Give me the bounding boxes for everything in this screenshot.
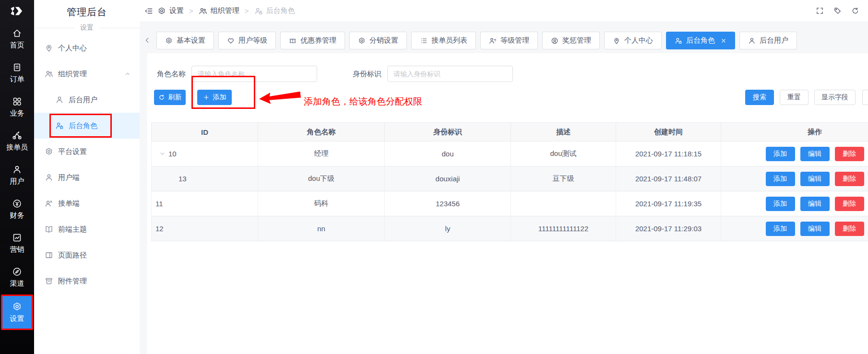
tab-label: 优惠券管理 [300, 36, 336, 45]
identity-label: 身份标识 [353, 70, 381, 79]
row-delete-button[interactable]: 删除 [835, 197, 864, 211]
person-icon [748, 37, 756, 45]
menu-fold-icon[interactable] [144, 7, 153, 15]
id-cell: 12 [152, 216, 258, 241]
tab-distribution-settings[interactable]: 分销设置 [349, 32, 407, 49]
settings-gear-icon [12, 302, 22, 312]
rail-item-users[interactable]: 用户 [0, 158, 34, 192]
rail-label: 接单员 [6, 143, 28, 152]
rail-item-riders[interactable]: 接单员 [0, 124, 34, 158]
role-name-cell: nn [258, 216, 385, 241]
row-delete-button[interactable]: 删除 [835, 172, 864, 186]
tab-label: 接单员列表 [431, 36, 467, 45]
identity-input[interactable] [387, 66, 513, 82]
rail-item-finance[interactable]: 财务 [0, 192, 34, 226]
sidebar-item-label: 页面路径 [58, 251, 87, 260]
tab-level-management[interactable]: 等级管理 [480, 32, 538, 49]
breadcrumb-item-label: 后台角色 [266, 6, 295, 15]
search-button[interactable]: 搜索 [745, 90, 774, 105]
people-icon [199, 7, 207, 15]
gear-icon [165, 37, 173, 45]
sidebar-item-rider-client[interactable]: 接单端 [34, 190, 140, 216]
tab-personal-center[interactable]: 个人中心 [604, 32, 662, 49]
clipped-button-edge[interactable] [862, 90, 868, 105]
row-delete-button[interactable]: 删除 [835, 147, 864, 161]
sidebar-item-attachments[interactable]: 附件管理 [34, 268, 140, 294]
search-label: 搜索 [753, 93, 766, 102]
action-row: 刷新 添加 添加角色，给该角色分配权限 搜索 重置 显示字段 [151, 90, 868, 115]
rail-item-settings[interactable]: 设置 [1, 295, 33, 330]
sidebar-item-label: 组织管理 [58, 70, 87, 79]
finance-coin-icon [12, 199, 22, 209]
ticket-icon [289, 37, 297, 45]
refresh-button[interactable]: 刷新 [154, 90, 186, 105]
table-header-row: ID 角色名称 身份标识 描述 创建时间 操作 [152, 123, 868, 142]
collapse-row-icon[interactable] [159, 151, 166, 157]
identity-cell: ly [385, 216, 511, 241]
sidebar-item-organization[interactable]: 组织管理 [34, 61, 140, 87]
sidebar-item-platform-settings[interactable]: 平台设置 [34, 139, 140, 165]
breadcrumb-item[interactable]: 设置 [169, 6, 184, 15]
breadcrumb-current: 后台角色 [254, 6, 295, 15]
close-icon[interactable] [721, 38, 726, 44]
rail-item-home[interactable]: 首页 [0, 22, 34, 56]
table-row: 12 nn ly 11111111111122 2021-09-17 11:29… [152, 216, 868, 241]
breadcrumb-separator: > [189, 7, 193, 15]
main-area: 设置 > 组织管理 > 后台角色 基本设置 用户等级 优惠券管理 分销设置 接单… [140, 0, 868, 354]
theme-tags-icon[interactable] [833, 7, 842, 15]
list-icon [420, 37, 428, 45]
show-fields-button[interactable]: 显示字段 [814, 90, 856, 105]
show-fields-label: 显示字段 [821, 93, 848, 102]
sidebar-item-frontend-theme[interactable]: 前端主题 [34, 216, 140, 242]
tab-rider-list[interactable]: 接单员列表 [411, 32, 476, 49]
rail-label: 业务 [10, 109, 24, 118]
sidebar-item-page-paths[interactable]: 页面路径 [34, 242, 140, 268]
rail-label: 设置 [10, 314, 24, 323]
fullscreen-icon[interactable] [816, 7, 824, 15]
row-delete-button[interactable]: 删除 [835, 222, 864, 236]
tab-label: 奖惩管理 [562, 36, 591, 45]
row-edit-button[interactable]: 编辑 [800, 197, 830, 211]
tab-backend-roles[interactable]: 后台角色 [666, 32, 735, 49]
row-edit-button[interactable]: 编辑 [800, 147, 830, 161]
description-cell: 11111111111122 [511, 216, 616, 241]
reset-button[interactable]: 重置 [780, 90, 809, 105]
annotation-arrow [258, 89, 301, 106]
row-add-button[interactable]: 添加 [766, 147, 795, 161]
table-row: 11 码科 123456 2021-09-17 11:19:35 添加 编辑 删… [152, 191, 868, 216]
sidebar-item-backend-roles[interactable]: 后台角色 [34, 113, 140, 139]
identity-cell: dou [385, 142, 511, 166]
row-edit-button[interactable]: 编辑 [800, 222, 830, 236]
row-edit-button[interactable]: 编辑 [800, 172, 830, 186]
row-add-button[interactable]: 添加 [766, 222, 795, 236]
sidebar-section-subtitle: 设置 [34, 24, 140, 32]
rail-item-business[interactable]: 业务 [0, 90, 34, 124]
row-id: 10 [168, 150, 177, 158]
rail-item-orders[interactable]: 订单 [0, 56, 34, 90]
layout-icon [45, 251, 53, 260]
sidebar-item-backend-users[interactable]: 后台用户 [34, 87, 140, 113]
app-logo[interactable] [0, 0, 34, 22]
sidebar-item-personal-center[interactable]: 个人中心 [34, 35, 140, 61]
tab-coupon-management[interactable]: 优惠券管理 [280, 32, 345, 49]
role-name-cell: dou下级 [258, 166, 385, 191]
person-icon [45, 173, 53, 182]
tab-basic-settings[interactable]: 基本设置 [156, 32, 214, 49]
sidebar-item-user-client[interactable]: 用户端 [34, 165, 140, 190]
refresh-icon[interactable] [851, 7, 859, 15]
add-role-button[interactable]: 添加 [197, 90, 232, 105]
role-name-input[interactable] [191, 66, 317, 82]
channel-compass-icon [12, 267, 22, 277]
rail-item-channel[interactable]: 渠道 [0, 260, 34, 295]
tab-backend-users[interactable]: 后台用户 [739, 32, 797, 49]
identity-cell: douxiaji [385, 166, 511, 191]
breadcrumb-item[interactable]: 组织管理 [211, 6, 239, 15]
tab-user-levels[interactable]: 用户等级 [218, 32, 276, 49]
gear-icon [45, 147, 53, 156]
tabs-scroll-left-icon[interactable] [143, 36, 151, 44]
row-add-button[interactable]: 添加 [766, 197, 795, 211]
row-add-button[interactable]: 添加 [766, 172, 795, 186]
tab-reward-punishment[interactable]: 奖惩管理 [542, 32, 600, 49]
role-name-cell: 经理 [258, 142, 385, 166]
rail-item-marketing[interactable]: 营销 [0, 226, 34, 260]
